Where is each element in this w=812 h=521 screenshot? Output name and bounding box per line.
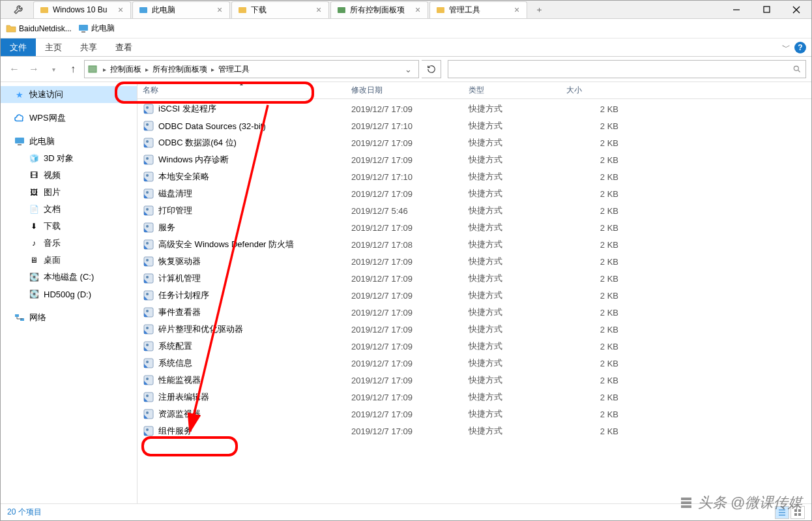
ribbon-tab-file[interactable]: 文件	[1, 38, 36, 56]
file-row[interactable]: 碎片整理和优化驱动器 2019/12/7 17:09 快捷方式 2 KB	[138, 321, 811, 338]
chevron-right-icon[interactable]: ▸	[102, 66, 108, 73]
back-button[interactable]: ←	[6, 61, 23, 78]
col-header-date[interactable]: 修改日期	[346, 82, 463, 98]
nav-sub-item[interactable]: 🖥桌面	[1, 252, 137, 269]
up-button[interactable]: ↑	[65, 61, 81, 78]
file-date: 2019/12/7 17:09	[346, 223, 463, 233]
file-size: 2 KB	[561, 274, 626, 284]
new-tab-button[interactable]: ＋	[531, 3, 547, 17]
file-type: 快捷方式	[463, 222, 561, 233]
browser-tab[interactable]: 管理工具×	[429, 1, 527, 18]
file-row[interactable]: 事件查看器 2019/12/7 17:09 快捷方式 2 KB	[138, 304, 811, 321]
file-row[interactable]: 性能监视器 2019/12/7 17:09 快捷方式 2 KB	[138, 372, 811, 389]
browser-tab[interactable]: 下载×	[231, 1, 329, 18]
tab-close-icon[interactable]: ×	[314, 5, 323, 15]
file-size: 2 KB	[561, 206, 626, 216]
browser-tab[interactable]: 所有控制面板项×	[330, 1, 428, 18]
search-input[interactable]	[448, 60, 806, 78]
file-list: iSCSI 发起程序 2019/12/7 17:09 快捷方式 2 KB ODB…	[138, 99, 811, 503]
file-size: 2 KB	[561, 291, 626, 301]
browser-tab[interactable]: 此电脑×	[132, 1, 230, 18]
recent-dropdown[interactable]: ▾	[45, 61, 62, 78]
tab-close-icon[interactable]: ×	[215, 5, 224, 15]
col-header-size[interactable]: 大小	[561, 82, 626, 98]
svg-point-43	[146, 310, 149, 312]
nav-sub-item[interactable]: 🖼图片	[1, 184, 137, 201]
col-header-type[interactable]: 类型	[463, 82, 561, 98]
file-row[interactable]: Windows 内存诊断 2019/12/7 17:09 快捷方式 2 KB	[138, 151, 811, 168]
ribbon-tab-view[interactable]: 查看	[106, 38, 141, 56]
file-size: 2 KB	[561, 172, 626, 182]
nav-sub-item[interactable]: 📄文档	[1, 201, 137, 218]
folder-icon: 🖥	[28, 254, 40, 266]
file-row[interactable]: 磁盘清理 2019/12/7 17:09 快捷方式 2 KB	[138, 185, 811, 202]
file-row[interactable]: iSCSI 发起程序 2019/12/7 17:09 快捷方式 2 KB	[138, 100, 811, 117]
tab-close-icon[interactable]: ×	[413, 5, 422, 15]
shortcut-icon	[143, 171, 154, 183]
maximize-button[interactable]	[751, 0, 781, 20]
nav-label: 桌面	[44, 254, 61, 266]
expand-ribbon-icon[interactable]: ﹀	[782, 42, 790, 53]
nav-label: 快速访问	[29, 89, 63, 100]
forward-button[interactable]: →	[25, 61, 42, 78]
tab-close-icon[interactable]: ×	[116, 5, 125, 15]
nav-label: HD500g (D:)	[44, 290, 91, 299]
file-row[interactable]: 高级安全 Windows Defender 防火墙 2019/12/7 17:0…	[138, 236, 811, 253]
nav-label: 3D 对象	[44, 153, 74, 164]
svg-rect-10	[81, 31, 85, 33]
minimize-button[interactable]	[721, 0, 751, 20]
nav-this-pc[interactable]: 此电脑	[1, 133, 137, 150]
sort-asc-icon: ▲	[239, 82, 244, 87]
address-dropdown-icon[interactable]: ⌄	[401, 65, 416, 74]
svg-point-27	[146, 174, 149, 177]
file-row[interactable]: 本地安全策略 2019/12/7 17:10 快捷方式 2 KB	[138, 168, 811, 185]
nav-sub-item[interactable]: ⬇下载	[1, 218, 137, 235]
file-name: 性能监视器	[158, 374, 201, 386]
file-row[interactable]: 系统信息 2019/12/7 17:09 快捷方式 2 KB	[138, 355, 811, 372]
refresh-button[interactable]	[422, 60, 441, 78]
file-row[interactable]: 计算机管理 2019/12/7 17:09 快捷方式 2 KB	[138, 270, 811, 287]
col-header-name[interactable]: ▲ 名称	[138, 82, 346, 98]
file-date: 2019/12/7 17:09	[346, 189, 463, 199]
file-row[interactable]: 恢复驱动器 2019/12/7 17:09 快捷方式 2 KB	[138, 253, 811, 270]
nav-sub-item[interactable]: 🧊3D 对象	[1, 150, 137, 167]
file-type: 快捷方式	[463, 188, 561, 200]
file-row[interactable]: 任务计划程序 2019/12/7 17:09 快捷方式 2 KB	[138, 287, 811, 304]
nav-sub-item[interactable]: 💽本地磁盘 (C:)	[1, 269, 137, 286]
nav-label: 文档	[44, 203, 61, 215]
tab-close-icon[interactable]: ×	[512, 5, 521, 15]
nav-sub-item[interactable]: 💽HD500g (D:)	[1, 286, 137, 303]
file-type: 快捷方式	[463, 103, 561, 115]
file-row[interactable]: 打印管理 2019/12/7 5:46 快捷方式 2 KB	[138, 202, 811, 219]
nav-sub-item[interactable]: 🎞视频	[1, 167, 137, 184]
ribbon-tab-share[interactable]: 共享	[71, 38, 106, 56]
file-row[interactable]: 组件服务 2019/12/7 17:09 快捷方式 2 KB	[138, 423, 811, 439]
qa-item-thispc[interactable]: 此电脑	[78, 23, 115, 34]
file-row[interactable]: 资源监视器 2019/12/7 17:09 快捷方式 2 KB	[138, 406, 811, 423]
nav-network[interactable]: 网络	[1, 309, 137, 326]
file-row[interactable]: 系统配置 2019/12/7 17:09 快捷方式 2 KB	[138, 338, 811, 355]
file-row[interactable]: 注册表编辑器 2019/12/7 17:09 快捷方式 2 KB	[138, 389, 811, 406]
crumb-control-panel[interactable]: 控制面板	[108, 64, 144, 75]
nav-wps[interactable]: WPS网盘	[1, 110, 137, 127]
qa-item-baidu[interactable]: BaiduNetdisk...	[6, 23, 72, 34]
tab-label: 管理工具	[449, 5, 512, 16]
file-row[interactable]: ODBC 数据源(64 位) 2019/12/7 17:09 快捷方式 2 KB	[138, 134, 811, 151]
chevron-right-icon[interactable]: ▸	[210, 66, 216, 73]
crumb-admin-tools[interactable]: 管理工具	[216, 64, 252, 75]
nav-sub-item[interactable]: ♪音乐	[1, 235, 137, 252]
address-bar[interactable]: ▸ 控制面板 ▸ 所有控制面板项 ▸ 管理工具 ⌄	[84, 60, 419, 78]
file-row[interactable]: ODBC Data Sources (32-bit) 2019/12/7 17:…	[138, 117, 811, 134]
svg-point-47	[146, 344, 149, 346]
nav-quick-access[interactable]: ★ 快速访问	[1, 86, 137, 103]
file-row[interactable]: 服务 2019/12/7 17:09 快捷方式 2 KB	[138, 219, 811, 236]
qa-label: BaiduNetdisk...	[19, 24, 72, 33]
close-button[interactable]	[781, 0, 811, 20]
help-icon[interactable]: ?	[794, 42, 806, 53]
file-type: 快捷方式	[463, 408, 561, 420]
ribbon-tab-home[interactable]: 主页	[36, 38, 71, 56]
chevron-right-icon[interactable]: ▸	[144, 66, 150, 73]
crumb-all-items[interactable]: 所有控制面板项	[150, 64, 210, 75]
svg-point-55	[146, 411, 149, 414]
browser-tab[interactable]: Windows 10 Bu×	[33, 1, 131, 18]
